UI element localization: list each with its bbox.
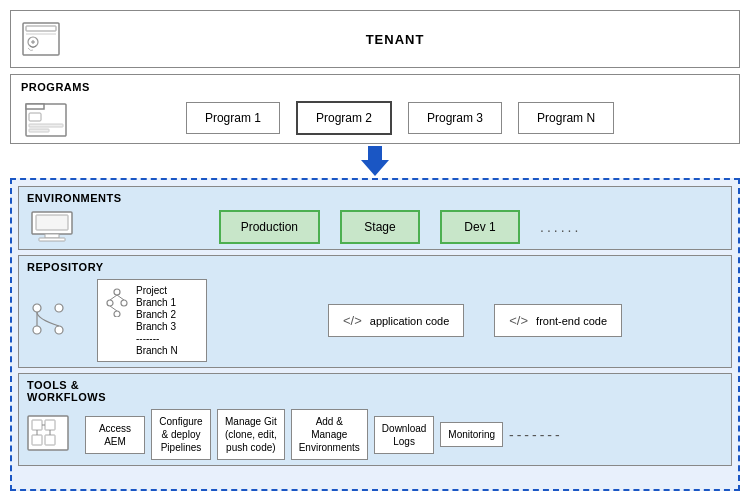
svg-point-20	[114, 289, 120, 295]
programs-items: Program 1 Program 2 Program 3 Program N	[71, 101, 729, 135]
code-label-app: application code	[370, 315, 450, 327]
repo-branch-n: Branch N	[136, 345, 178, 356]
svg-rect-9	[29, 124, 63, 127]
svg-point-15	[33, 304, 41, 312]
environments-section: ENVIRONMENTS Production Stage Dev 1 ....…	[18, 186, 732, 250]
svg-rect-12	[36, 215, 68, 230]
programs-icon	[21, 99, 71, 137]
program-1[interactable]: Program 1	[186, 102, 280, 134]
svg-line-24	[110, 295, 117, 300]
repo-project-icon	[106, 287, 128, 321]
tool-monitoring[interactable]: Monitoring	[440, 422, 503, 447]
program-2[interactable]: Program 2	[296, 101, 392, 135]
code-icon-app: </>	[343, 313, 362, 328]
svg-point-16	[55, 304, 63, 312]
repository-title: REPOSITORY	[27, 261, 723, 273]
environments-title: ENVIRONMENTS	[27, 192, 723, 204]
env-items: Production Stage Dev 1 ......	[77, 210, 723, 244]
repo-branch-dots: -------	[136, 333, 178, 344]
svg-point-18	[55, 326, 63, 334]
repo-code-boxes: </> application code </> front-end code	[227, 304, 723, 337]
repo-branch-2: Branch 2	[136, 309, 178, 320]
programs-section: PROGRAMS Program 1 Program 2 Program 3 P…	[10, 74, 740, 144]
program-n[interactable]: Program N	[518, 102, 614, 134]
svg-line-25	[117, 295, 124, 300]
tools-section: TOOLS &WORKFLOWS AccessAEM	[18, 373, 732, 466]
main-container: TENANT PROGRAMS Program 1 Program 2 Prog…	[0, 0, 750, 501]
tool-access-aem[interactable]: AccessAEM	[85, 416, 145, 454]
svg-point-17	[33, 326, 41, 334]
tenant-label: TENANT	[61, 32, 729, 47]
svg-rect-14	[39, 238, 65, 241]
svg-point-21	[107, 300, 113, 306]
code-box-frontend: </> front-end code	[494, 304, 622, 337]
arrow-head	[361, 160, 389, 176]
repo-project-box: Project Branch 1 Branch 2 Branch 3 -----…	[97, 279, 207, 362]
tools-dots: -------	[509, 427, 563, 443]
programs-title: PROGRAMS	[21, 81, 729, 93]
tools-items: AccessAEM Configure& deployPipelines Man…	[85, 409, 723, 460]
svg-point-22	[121, 300, 127, 306]
tools-title: TOOLS &WORKFLOWS	[27, 379, 723, 403]
env-stage[interactable]: Stage	[340, 210, 420, 244]
repo-project-label: Project	[136, 285, 178, 296]
svg-point-23	[114, 311, 120, 317]
repo-branch-3: Branch 3	[136, 321, 178, 332]
repository-section: REPOSITORY	[18, 255, 732, 368]
svg-rect-7	[26, 104, 44, 109]
arrow-container	[10, 150, 740, 172]
tools-icon	[27, 415, 77, 454]
tool-manage-git[interactable]: Manage Git(clone, edit,push code)	[217, 409, 285, 460]
tenant-icon	[21, 20, 61, 58]
arrow-shaft	[368, 146, 382, 160]
repo-branch-1: Branch 1	[136, 297, 178, 308]
repo-project-text: Project Branch 1 Branch 2 Branch 3 -----…	[136, 285, 178, 356]
code-label-frontend: front-end code	[536, 315, 607, 327]
code-icon-frontend: </>	[509, 313, 528, 328]
tenant-section: TENANT	[10, 10, 740, 68]
svg-rect-13	[45, 234, 59, 238]
env-dev1[interactable]: Dev 1	[440, 210, 520, 244]
code-box-app: </> application code	[328, 304, 464, 337]
repository-icon	[27, 300, 77, 341]
tool-download-logs[interactable]: DownloadLogs	[374, 416, 434, 454]
program-3[interactable]: Program 3	[408, 102, 502, 134]
blue-dashed-wrapper: ENVIRONMENTS Production Stage Dev 1 ....…	[10, 178, 740, 491]
tool-manage-environments[interactable]: Add &ManageEnvironments	[291, 409, 368, 460]
svg-line-26	[110, 306, 117, 311]
environments-icon	[27, 211, 77, 243]
svg-rect-10	[29, 129, 49, 132]
tool-configure-pipelines[interactable]: Configure& deployPipelines	[151, 409, 211, 460]
env-dots: ......	[540, 219, 581, 235]
env-production[interactable]: Production	[219, 210, 320, 244]
